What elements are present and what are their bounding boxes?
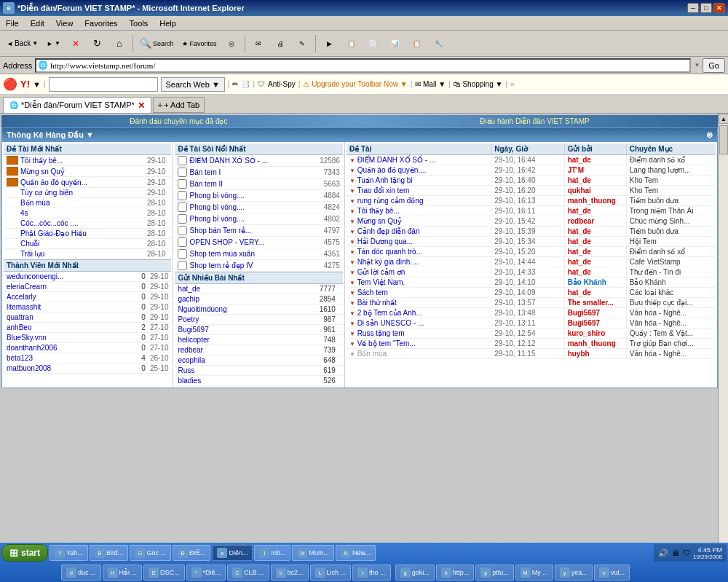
post-user-link[interactable]: redbear [568,217,595,225]
add-tab-button[interactable]: + + Add Tab [153,97,205,113]
go-button[interactable]: Go [703,58,725,73]
post-link[interactable]: Russ tặng tem [357,329,405,337]
media-button[interactable]: ▶ [319,34,339,54]
poster-link[interactable]: helicopter [178,336,319,344]
member-link[interactable]: matbuon2008 [7,364,130,372]
tray-icon2[interactable]: 🖥 [671,548,679,557]
topic-link[interactable]: Chuỗi [20,240,144,248]
extra-btn3[interactable]: 📊 [384,34,405,54]
topic-checkbox[interactable] [178,249,187,259]
refresh-button[interactable]: ↻ [87,34,108,54]
taskbar-app-new[interactable]: N New... [336,545,376,561]
back-button[interactable]: ◄ Back▼ [3,34,41,54]
post-link[interactable]: Bài thứ nhất [357,299,397,307]
taskbar-app-dsc[interactable]: D DSC... [143,565,185,581]
taskbar-app-bird[interactable]: B Bird... [90,545,129,561]
yahoo-edit-icon[interactable]: ✏ [232,80,238,88]
post-user-link[interactable]: Bugi5697 [568,319,600,327]
post-user-link[interactable]: hat_de [568,176,591,184]
search-button[interactable]: 🔍 Search [136,34,178,54]
shopping-label[interactable]: 🛍 Shopping ▼ [454,80,503,88]
post-link[interactable]: Bốn mùa [357,350,387,358]
post-link[interactable]: Cảnh đẹp diễn đàn [357,227,420,235]
extra-btn4[interactable]: 📋 [406,34,427,54]
post-user-link[interactable]: manh_thuong [568,197,616,205]
mail-label[interactable]: ✉ Mail ▼ [415,80,446,88]
menu-tools[interactable]: Tools [127,18,151,28]
yahoo-dropdown[interactable]: ▼ [33,80,41,89]
topic-checkbox[interactable] [178,214,187,224]
stats-collapse-icon[interactable]: ⊗ [706,130,713,140]
post-user-link[interactable]: hat_de [568,237,591,245]
post-link[interactable]: Tán dóc quanh trò... [357,248,422,256]
topic-link[interactable]: Bốn mùa [20,199,144,207]
poster-link[interactable]: redbear [178,346,319,354]
hot-topic-link[interactable]: Phong bì vòng.... [189,192,323,200]
taskbar-app-goc[interactable]: G Goc ... [130,545,171,561]
member-link[interactable]: beta123 [7,354,130,362]
hot-topic-link[interactable]: Phong bì vòng.... [189,215,323,223]
hot-topic-link[interactable]: ĐIỂM DANH XỔ SỐ - ... [189,157,320,165]
taskbar-app-my[interactable]: M My ... [515,565,553,581]
menu-help[interactable]: Help [157,18,179,28]
member-link[interactable]: BlueSky.vnn [7,334,130,342]
address-dropdown[interactable]: ▼ [694,62,700,68]
taskbar-app-clb[interactable]: C CLB ... [227,565,269,581]
hot-topic-link[interactable]: Shop tem mùa xuân [189,250,323,258]
yahoo-bookmark-icon[interactable]: 📑 [241,80,250,88]
yahoo-search-button[interactable]: Search Web ▼ [161,77,225,92]
post-user-link[interactable]: Bugi5697 [568,309,600,317]
post-user-link[interactable]: Bảo Khánh [568,278,606,286]
poster-link[interactable]: Nguoitimduong [178,305,314,313]
post-user-link[interactable]: JT'M [568,166,584,174]
address-input[interactable] [50,61,688,70]
poster-link[interactable]: Russ [178,366,319,374]
stop-button[interactable]: ✕ [66,34,86,54]
taskbar-app-mum[interactable]: M Mum... [292,545,334,561]
print-button[interactable]: 🖨 [270,34,290,54]
extra-btn2[interactable]: ⬜ [363,34,383,54]
scroll-thumb[interactable] [719,125,728,154]
more-btn[interactable]: » [510,80,515,88]
poster-link[interactable]: Poetry [178,315,319,323]
antispy-label[interactable]: Anti-Spy [268,80,296,88]
scroll-up-button[interactable]: ▲ [719,114,728,124]
topic-checkbox[interactable] [178,156,187,165]
post-link[interactable]: Tuấn Anh tặng bì [357,176,413,184]
topic-checkbox[interactable] [178,179,187,189]
yahoo-icon[interactable]: 🔴 [3,77,17,91]
tray-icon-antivirus[interactable]: 🛡 [682,548,690,557]
menu-edit[interactable]: Edit [28,18,47,28]
menu-favorites[interactable]: Favorites [82,18,120,28]
start-button[interactable]: ⊞ start [1,544,48,562]
post-link[interactable]: Tem Việt Nam. [357,278,405,286]
post-user-link[interactable]: hat_de [568,207,591,215]
forum-header-link1[interactable]: Đánh dấu chuyên mục đã đọc [130,117,227,125]
tray-icon1[interactable]: 🔊 [658,548,668,558]
scrollbar-y[interactable]: ▲ ▼ [718,114,728,544]
taskbar-app-http[interactable]: h http... [436,565,475,581]
post-link[interactable]: Trao đổi xin tem [357,186,409,194]
topic-link[interactable]: Cóc...cóc...cóc .... [20,219,144,227]
post-user-link[interactable]: manh_thuong [568,339,616,347]
topic-checkbox[interactable] [178,261,187,270]
post-user-link[interactable]: The smaller... [568,299,614,307]
post-user-link[interactable]: huybh [568,350,590,358]
extra-btn5[interactable]: 🔧 [428,34,448,54]
forum-header-link2[interactable]: Điều hành Diễn đàn VIET STAMP [480,117,590,125]
post-link[interactable]: Mừng sn Quỷ [357,217,402,225]
post-user-link[interactable]: kuro_shiro [568,329,606,337]
poster-link[interactable]: gachip [178,295,314,303]
post-link[interactable]: Sách tem [357,288,388,296]
topic-link[interactable]: Mừng sn Quỷ [20,168,144,176]
member-link[interactable]: anhBeo [7,323,130,331]
taskbar-app-tho[interactable]: t tho ... [352,565,391,581]
menu-view[interactable]: View [53,18,76,28]
topic-link[interactable]: Trái lựu [20,250,144,258]
taskbar-app-die[interactable]: Đ ĐIÊ... [173,545,211,561]
member-link[interactable]: wedunconoengi... [7,272,130,280]
hot-topic-link[interactable]: Bán tem I [189,168,323,176]
taskbar-app-goki[interactable]: g goki... [395,565,435,581]
home-button[interactable]: ⌂ [109,34,130,54]
history-button[interactable]: ◎ [221,34,242,54]
